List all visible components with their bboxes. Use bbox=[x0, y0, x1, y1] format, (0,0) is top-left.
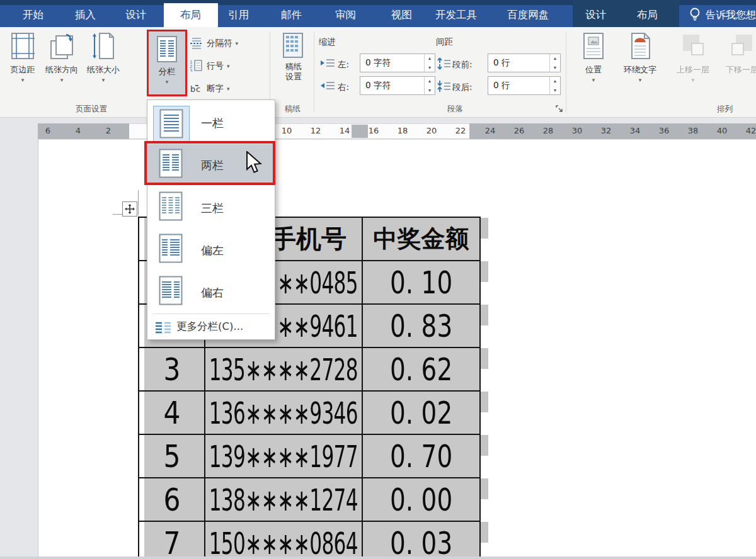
table-header-cell[interactable]: 中奖金额 bbox=[363, 218, 479, 261]
table-cell[interactable]: 139∗∗∗∗1977 bbox=[205, 435, 363, 478]
table-cell[interactable]: 0. 10 bbox=[363, 261, 479, 305]
cell-text: 0. 70 bbox=[390, 438, 452, 475]
send-backward-button[interactable]: 下移一层 bbox=[718, 32, 756, 76]
space-after-icon bbox=[437, 80, 451, 95]
table-cell[interactable]: 4 bbox=[139, 392, 205, 435]
table-cell[interactable]: 135∗∗∗∗2728 bbox=[205, 348, 363, 392]
group-separator bbox=[314, 31, 314, 113]
indent-left-label: 左: bbox=[338, 59, 349, 71]
spin-up-icon[interactable]: ▴ bbox=[428, 55, 431, 61]
tab-references[interactable]: 引用 bbox=[228, 9, 249, 24]
spin-up-icon[interactable]: ▴ bbox=[554, 55, 556, 61]
table-cell[interactable]: 136∗∗∗∗9346 bbox=[205, 392, 363, 435]
tab-table-layout[interactable]: 布局 bbox=[637, 9, 658, 24]
cell-text: 135∗∗∗∗2728 bbox=[209, 352, 358, 387]
hyphenation-button[interactable]: bc 断字 ▾ bbox=[190, 81, 230, 97]
position-button[interactable]: 位置 ▾ bbox=[577, 32, 610, 82]
table-cell[interactable]: 0. 00 bbox=[363, 478, 479, 522]
spin-down-icon[interactable]: ▾ bbox=[554, 88, 556, 93]
left-column-label: 偏左 bbox=[201, 243, 224, 258]
indent-right-input[interactable]: 0 字符 ▴▾ bbox=[360, 76, 435, 95]
ruler-number: 30 bbox=[572, 126, 583, 135]
spin-down-icon[interactable]: ▾ bbox=[428, 65, 431, 71]
table-cell[interactable]: 0. 83 bbox=[363, 305, 479, 348]
chevron-down-icon: ▾ bbox=[615, 77, 665, 82]
spinner-arrows[interactable]: ▴▾ bbox=[549, 54, 560, 72]
tab-table-design[interactable]: 设计 bbox=[585, 9, 606, 24]
margins-button[interactable]: 页边距 ▾ bbox=[5, 32, 40, 82]
cell-text: 0. 62 bbox=[390, 351, 452, 388]
table-cell[interactable]: 150∗∗∗∗0864 bbox=[205, 522, 363, 556]
spin-down-icon[interactable]: ▾ bbox=[554, 65, 556, 71]
ribbon: 页边距 ▾ 纸张方向 ▾ 纸张大小 ▾ 分隔符 ▾ 123 行号 ▾ bc 断字… bbox=[0, 27, 756, 118]
tab-developer[interactable]: 开发工具 bbox=[435, 9, 477, 24]
columns-button[interactable]: 分栏 ▾ bbox=[147, 30, 187, 96]
orientation-label: 纸张方向 bbox=[42, 64, 82, 76]
space-after-input[interactable]: 0 行 ▴▾ bbox=[488, 76, 561, 95]
paper-size-button[interactable]: 纸张大小 ▾ bbox=[83, 32, 123, 82]
tab-view[interactable]: 视图 bbox=[391, 9, 412, 24]
cell-text: 0. 00 bbox=[390, 482, 452, 518]
columns-icon bbox=[156, 55, 178, 65]
cell-text: 7 bbox=[163, 525, 180, 557]
spinner-arrows[interactable]: ▴▾ bbox=[549, 77, 560, 94]
cell-text: 138∗∗∗∗1274 bbox=[209, 482, 358, 517]
more-columns-icon bbox=[155, 321, 171, 336]
ruler-number: 10 bbox=[282, 126, 292, 135]
bring-forward-button[interactable]: 上移一层 ▾ bbox=[669, 32, 717, 82]
tab-insert[interactable]: 插入 bbox=[75, 9, 96, 24]
breaks-label: 分隔符 bbox=[207, 38, 232, 49]
tab-home[interactable]: 开始 bbox=[23, 9, 43, 24]
breaks-icon bbox=[190, 37, 203, 51]
tab-baidu-netdisk[interactable]: 百度网盘 bbox=[507, 9, 549, 24]
table-cell[interactable]: 0. 62 bbox=[363, 348, 479, 392]
chevron-down-icon: ▾ bbox=[42, 77, 82, 82]
row-end-selection-mark bbox=[481, 305, 488, 325]
chevron-down-icon: ▾ bbox=[149, 79, 185, 84]
manuscript-setup-button[interactable]: 稿纸设置 bbox=[275, 32, 312, 82]
table-cell[interactable]: 7 bbox=[139, 522, 205, 556]
tab-layout[interactable]: 布局 bbox=[180, 9, 201, 24]
table-cell[interactable]: 0. 03 bbox=[363, 522, 479, 556]
orientation-button[interactable]: 纸张方向 ▾ bbox=[42, 32, 82, 82]
paragraph-dialog-launcher-icon[interactable] bbox=[556, 103, 563, 115]
table-cell[interactable]: 3 bbox=[139, 348, 205, 392]
table-move-handle[interactable] bbox=[122, 201, 137, 217]
tell-me-box[interactable]: 告诉我您想要做什么 bbox=[706, 9, 756, 22]
columns-label: 分栏 bbox=[149, 66, 185, 77]
table-cell[interactable]: 6 bbox=[139, 478, 205, 522]
spin-down-icon[interactable]: ▾ bbox=[428, 88, 431, 93]
ruler-number: 36 bbox=[659, 126, 670, 135]
spinner-arrows[interactable]: ▴▾ bbox=[424, 77, 435, 94]
breaks-button[interactable]: 分隔符 ▾ bbox=[190, 35, 238, 52]
menu-separator bbox=[152, 313, 270, 314]
spin-up-icon[interactable]: ▴ bbox=[554, 78, 556, 84]
margin-crop-mark bbox=[138, 190, 139, 215]
tab-design[interactable]: 设计 bbox=[125, 9, 146, 24]
right-column-label: 偏右 bbox=[201, 285, 224, 300]
line-numbers-button[interactable]: 123 行号 ▾ bbox=[190, 58, 230, 74]
more-columns-label: 更多分栏(C)... bbox=[176, 320, 243, 334]
margins-label: 页边距 bbox=[5, 64, 40, 76]
wrap-text-button[interactable]: 环绕文字 ▾ bbox=[615, 32, 665, 82]
indent-left-input[interactable]: 0 字符 ▴▾ bbox=[360, 54, 435, 72]
spinner-arrows[interactable]: ▴▾ bbox=[424, 54, 435, 72]
space-before-input[interactable]: 0 行 ▴▾ bbox=[488, 54, 561, 72]
table-cell[interactable]: 0. 02 bbox=[363, 392, 479, 435]
tab-review[interactable]: 审阅 bbox=[335, 9, 356, 24]
indent-right-label: 右: bbox=[338, 82, 349, 93]
spin-up-icon[interactable]: ▴ bbox=[428, 78, 431, 84]
svg-text:b: b bbox=[190, 84, 195, 94]
table-cell[interactable]: 5 bbox=[139, 435, 205, 478]
tab-mailings[interactable]: 邮件 bbox=[281, 9, 302, 24]
move-cross-icon bbox=[125, 204, 135, 214]
table-cell[interactable]: 0. 70 bbox=[363, 435, 479, 478]
ruler-number: 18 bbox=[398, 126, 408, 135]
ruler-number: 28 bbox=[543, 126, 554, 135]
space-before-value: 0 行 bbox=[488, 57, 549, 69]
indent-left-value: 0 字符 bbox=[360, 57, 424, 69]
table-cell[interactable]: 138∗∗∗∗1274 bbox=[205, 478, 363, 522]
cell-text: 4 bbox=[163, 395, 180, 431]
ruler-table-column-marker[interactable] bbox=[352, 125, 368, 138]
document-page[interactable]: 中奖手机号 中奖金额 1 130∗∗∗∗0485 0. 10 2 132∗∗∗∗… bbox=[38, 140, 756, 556]
